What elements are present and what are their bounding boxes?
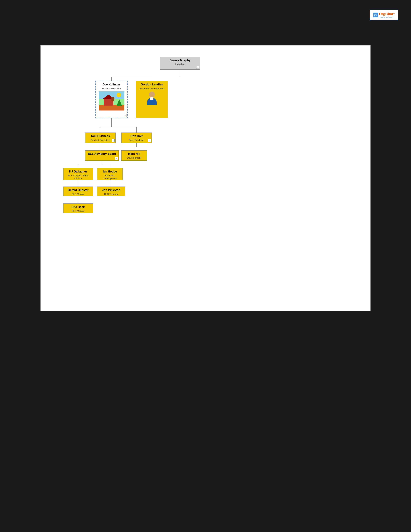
eric-title: BLS Mentor [65, 209, 91, 212]
node-eric-beck[interactable]: Eric Beck BLS Mentor [63, 203, 93, 213]
eric-name: Eric Beck [65, 205, 91, 209]
gordon-name: Gordon Landies [137, 83, 166, 86]
bls-name: BLS Advisory Board [86, 152, 117, 156]
dennis-title: President [161, 63, 199, 66]
connector-lines [47, 52, 364, 304]
mars-name: Mars Hill [123, 152, 145, 156]
joe-collapse[interactable]: − [124, 114, 127, 117]
gordon-image [144, 92, 160, 108]
bls-collapse[interactable]: − [115, 157, 118, 160]
node-dennis-murphy[interactable]: Dennis Murphy President − [160, 57, 200, 70]
ian-name: Ian Hodge [99, 170, 121, 173]
avatar-collar [150, 97, 153, 100]
dennis-collapse[interactable]: − [196, 66, 199, 69]
node-mars-hill[interactable]: Mars Hill Development [121, 150, 147, 161]
node-ron-holt[interactable]: Ron Holt Exec Producer − [121, 133, 152, 143]
chart-container: Dennis Murphy President − Joe Kolinger P… [40, 45, 371, 311]
node-gordon-landies[interactable]: Gordon Landies Business Development [136, 81, 168, 118]
org-chart: Dennis Murphy President − Joe Kolinger P… [47, 52, 364, 304]
jon-title: BLS Teacher [99, 193, 124, 196]
node-jon-pinkston[interactable]: Jon Pinkston BLS Teacher [97, 187, 125, 196]
avatar-body [147, 98, 157, 105]
scene-house [104, 99, 113, 105]
node-ian-hodge[interactable]: Ian Hodge Business Development [97, 168, 123, 180]
dennis-name: Dennis Murphy [161, 59, 199, 62]
orgchart-logo: 🗂 OrgChart professional [370, 10, 398, 20]
gerald-title: BLS Mentor [65, 193, 91, 196]
gerald-name: Gerald Chester [65, 189, 91, 192]
scene-door [111, 97, 114, 101]
joe-image [99, 91, 124, 111]
node-kj-gallagher[interactable]: KJ Gallagher SCS Subject matter advisor [63, 168, 93, 180]
scene-sun [117, 93, 121, 97]
node-bls-advisory[interactable]: BLS Advisory Board − [85, 150, 119, 161]
node-gerald-chester[interactable]: Gerald Chester BLS Mentor [63, 187, 93, 196]
tom-name: Tom Burtness [86, 134, 114, 138]
mars-title: Development [123, 156, 145, 159]
gordon-title: Business Development [137, 87, 166, 90]
tom-collapse[interactable]: − [112, 139, 115, 142]
ron-name: Ron Holt [123, 134, 150, 138]
tom-title: Product Executive [86, 139, 114, 142]
scene-tree [117, 99, 122, 105]
kj-title: SCS Subject matter advisor [65, 174, 91, 180]
joe-name: Joe Kolinger [97, 83, 126, 86]
logo-icon: 🗂 [373, 13, 378, 17]
logo-main-text: OrgChart [379, 12, 394, 16]
logo-text: OrgChart professional [379, 12, 394, 18]
node-joe-kolinger[interactable]: Joe Kolinger Project Executive − [95, 81, 128, 118]
ian-title: Business Development [99, 174, 121, 180]
ron-collapse[interactable]: − [148, 139, 151, 142]
ron-title: Exec Producer [123, 139, 150, 142]
kj-name: KJ Gallagher [65, 170, 91, 173]
node-tom-burtness[interactable]: Tom Burtness Product Executive − [85, 133, 116, 143]
jon-name: Jon Pinkston [99, 189, 124, 192]
joe-title: Project Executive [97, 87, 126, 90]
logo-sub-text: professional [379, 16, 394, 18]
avatar-head [149, 92, 155, 97]
gordon-avatar [145, 92, 158, 104]
logo-highlight: Org [379, 12, 385, 16]
logo-remainder: Chart [385, 12, 394, 16]
